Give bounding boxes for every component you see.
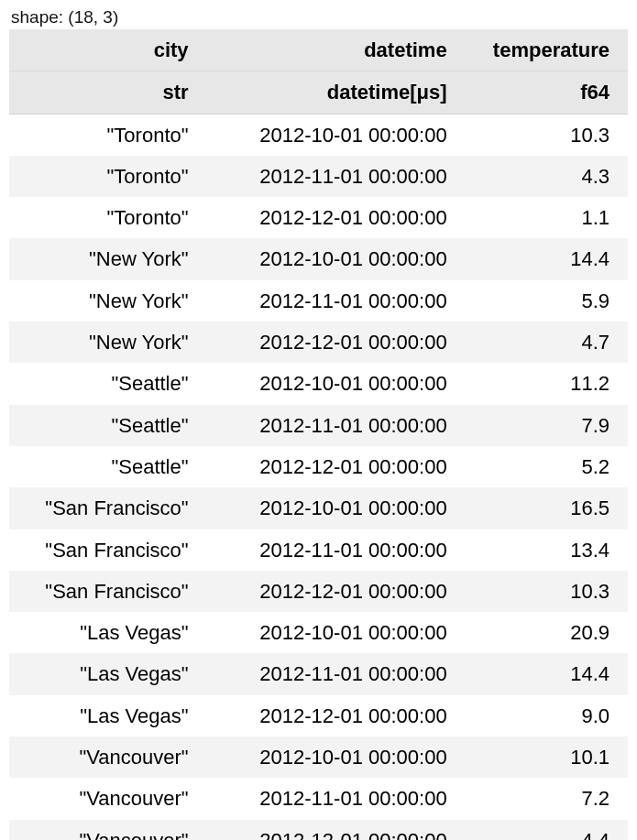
cell-city: "San Francisco" — [9, 487, 203, 529]
cell-datetime: 2012-10-01 00:00:00 — [203, 612, 462, 653]
table-row: "San Francisco"2012-11-01 00:00:0013.4 — [9, 529, 628, 571]
table-row: "Toronto"2012-11-01 00:00:004.3 — [9, 156, 628, 197]
cell-city: "San Francisco" — [9, 571, 203, 612]
cell-city: "Las Vegas" — [9, 612, 203, 653]
cell-datetime: 2012-12-01 00:00:00 — [203, 446, 462, 487]
table-row: "San Francisco"2012-10-01 00:00:0016.5 — [9, 487, 628, 529]
cell-datetime: 2012-11-01 00:00:00 — [203, 778, 462, 819]
table-row: "Seattle"2012-12-01 00:00:005.2 — [9, 446, 628, 487]
cell-temperature: 1.1 — [462, 197, 628, 238]
cell-temperature: 4.7 — [462, 322, 628, 363]
table-row: "San Francisco"2012-12-01 00:00:0010.3 — [9, 571, 628, 612]
cell-datetime: 2012-10-01 00:00:00 — [203, 114, 462, 156]
table-row: "New York"2012-11-01 00:00:005.9 — [9, 280, 628, 322]
table-row: "Las Vegas"2012-12-01 00:00:009.0 — [9, 695, 628, 736]
cell-datetime: 2012-12-01 00:00:00 — [203, 322, 462, 363]
table-row: "Las Vegas"2012-11-01 00:00:0014.4 — [9, 653, 628, 694]
cell-datetime: 2012-11-01 00:00:00 — [203, 280, 462, 322]
cell-city: "Toronto" — [9, 197, 203, 238]
col-dtype-datetime: datetime[μs] — [203, 71, 462, 114]
cell-datetime: 2012-11-01 00:00:00 — [203, 156, 462, 197]
cell-temperature: 10.1 — [462, 736, 628, 778]
col-header-datetime: datetime — [203, 29, 462, 71]
cell-datetime: 2012-10-01 00:00:00 — [203, 238, 462, 279]
table-row: "New York"2012-10-01 00:00:0014.4 — [9, 238, 628, 279]
table-row: "Vancouver"2012-10-01 00:00:0010.1 — [9, 736, 628, 778]
cell-datetime: 2012-12-01 00:00:00 — [203, 571, 462, 612]
col-dtype-temperature: f64 — [462, 71, 628, 114]
cell-datetime: 2012-10-01 00:00:00 — [203, 736, 462, 778]
cell-city: "Toronto" — [9, 156, 203, 197]
column-names-row: city datetime temperature — [9, 29, 628, 71]
cell-datetime: 2012-12-01 00:00:00 — [203, 820, 462, 840]
cell-datetime: 2012-11-01 00:00:00 — [203, 529, 462, 571]
cell-city: "Las Vegas" — [9, 695, 203, 736]
cell-datetime: 2012-11-01 00:00:00 — [203, 653, 462, 694]
cell-temperature: 20.9 — [462, 612, 628, 653]
cell-temperature: 10.3 — [462, 571, 628, 612]
cell-temperature: 7.2 — [462, 778, 628, 819]
cell-city: "Seattle" — [9, 363, 203, 404]
cell-temperature: 14.4 — [462, 653, 628, 694]
cell-city: "Vancouver" — [9, 820, 203, 840]
shape-label: shape: (18, 3) — [9, 7, 628, 29]
cell-temperature: 4.4 — [462, 820, 628, 840]
cell-temperature: 4.3 — [462, 156, 628, 197]
table-row: "Las Vegas"2012-10-01 00:00:0020.9 — [9, 612, 628, 653]
cell-datetime: 2012-10-01 00:00:00 — [203, 487, 462, 529]
dataframe-output: shape: (18, 3) city datetime temperature… — [0, 0, 637, 840]
cell-city: "San Francisco" — [9, 529, 203, 571]
cell-city: "Seattle" — [9, 446, 203, 487]
cell-city: "Vancouver" — [9, 778, 203, 819]
cell-temperature: 10.3 — [462, 114, 628, 156]
cell-city: "Las Vegas" — [9, 653, 203, 694]
table-row: "New York"2012-12-01 00:00:004.7 — [9, 322, 628, 363]
table-row: "Toronto"2012-12-01 00:00:001.1 — [9, 197, 628, 238]
table-row: "Vancouver"2012-12-01 00:00:004.4 — [9, 820, 628, 840]
cell-datetime: 2012-11-01 00:00:00 — [203, 405, 462, 446]
cell-temperature: 16.5 — [462, 487, 628, 529]
table-body: "Toronto"2012-10-01 00:00:0010.3"Toronto… — [9, 114, 628, 840]
cell-temperature: 7.9 — [462, 405, 628, 446]
col-header-city: city — [9, 29, 203, 71]
cell-city: "Seattle" — [9, 405, 203, 446]
cell-city: "New York" — [9, 322, 203, 363]
cell-temperature: 5.2 — [462, 446, 628, 487]
table-row: "Seattle"2012-11-01 00:00:007.9 — [9, 405, 628, 446]
data-table: city datetime temperature str datetime[μ… — [9, 29, 628, 840]
cell-temperature: 14.4 — [462, 238, 628, 279]
col-header-temperature: temperature — [462, 29, 628, 71]
cell-datetime: 2012-12-01 00:00:00 — [203, 197, 462, 238]
table-row: "Vancouver"2012-11-01 00:00:007.2 — [9, 778, 628, 819]
cell-city: "New York" — [9, 280, 203, 322]
cell-city: "Vancouver" — [9, 736, 203, 778]
cell-temperature: 5.9 — [462, 280, 628, 322]
cell-city: "New York" — [9, 238, 203, 279]
cell-temperature: 13.4 — [462, 529, 628, 571]
table-row: "Seattle"2012-10-01 00:00:0011.2 — [9, 363, 628, 404]
cell-datetime: 2012-10-01 00:00:00 — [203, 363, 462, 404]
cell-temperature: 9.0 — [462, 695, 628, 736]
cell-temperature: 11.2 — [462, 363, 628, 404]
column-dtypes-row: str datetime[μs] f64 — [9, 71, 628, 114]
cell-datetime: 2012-12-01 00:00:00 — [203, 695, 462, 736]
col-dtype-city: str — [9, 71, 203, 114]
table-row: "Toronto"2012-10-01 00:00:0010.3 — [9, 114, 628, 156]
cell-city: "Toronto" — [9, 114, 203, 156]
